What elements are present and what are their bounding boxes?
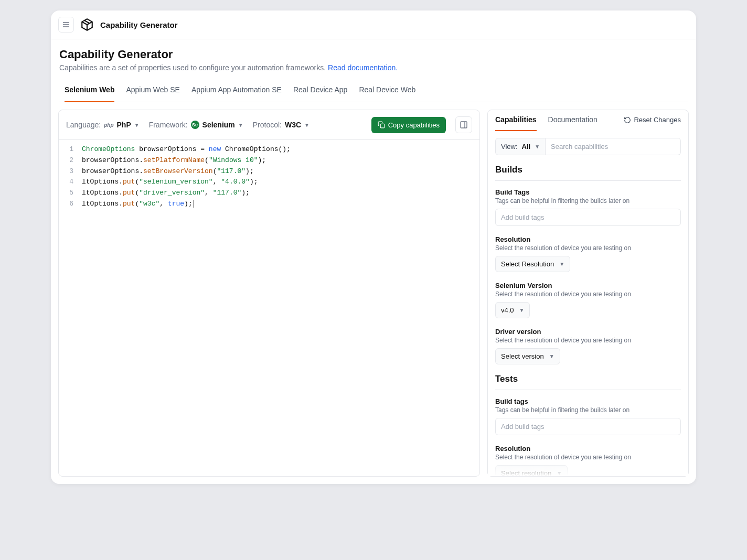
page-description: Capabilities are a set of properties use… — [59, 63, 688, 72]
php-icon: php — [104, 122, 113, 128]
code-line: 3browserOptions.setBrowserVersion("117.0… — [59, 166, 479, 177]
tab-capabilities[interactable]: Capabilities — [495, 115, 537, 131]
code-line: 1ChromeOptions browserOptions = new Chro… — [59, 144, 479, 155]
menu-icon — [62, 20, 70, 29]
read-documentation-link[interactable]: Read documentation. — [328, 63, 398, 72]
chevron-down-icon: ▼ — [549, 353, 554, 359]
copy-icon — [378, 121, 385, 128]
dropdown-value: Select Resolution — [501, 260, 554, 268]
code-line: 6ltOptions.put("w3c", true); — [59, 199, 479, 210]
field-help: Select the resolution of device you are … — [495, 244, 681, 252]
chevron-down-icon: ▼ — [238, 122, 243, 128]
field-test-build-tags: Build tags Tags can be helpful in filter… — [495, 397, 681, 435]
tab-selenium-web[interactable]: Selenium Web — [65, 80, 114, 102]
field-label: Build Tags — [495, 188, 681, 196]
chevron-down-icon: ▼ — [559, 261, 564, 267]
topbar-title: Capability Generator — [100, 20, 178, 29]
reset-label: Reset Changes — [634, 116, 681, 124]
field-test-resolution: Resolution Select the resolution of devi… — [495, 445, 681, 476]
code-panel: Language: php PhP ▼ Framework: Se Seleni… — [58, 110, 480, 477]
dropdown-value: Select resolution — [501, 469, 551, 476]
chevron-down-icon: ▼ — [557, 470, 562, 476]
page-title: Capability Generator — [59, 48, 688, 61]
chevron-down-icon: ▼ — [535, 144, 540, 149]
chevron-down-icon: ▼ — [304, 122, 310, 128]
field-label: Resolution — [495, 445, 681, 453]
field-build-tags: Build Tags Tags can be helpful in filter… — [495, 188, 681, 226]
selenium-icon: Se — [191, 121, 199, 129]
tabs-row: Selenium Web Appium Web SE Appium App Au… — [59, 80, 688, 102]
tab-appium-web-se[interactable]: Appium Web SE — [126, 80, 179, 102]
cursor — [194, 200, 194, 208]
field-selenium-version: Selenium Version Select the resolution o… — [495, 282, 681, 318]
page-description-text: Capabilities are a set of properties use… — [59, 63, 328, 72]
build-tags-input[interactable] — [495, 209, 681, 226]
code-line: 4ltOptions.put("selenium_version", "4.0.… — [59, 177, 479, 188]
panel-toggle-button[interactable] — [455, 116, 472, 133]
subheader: Capability Generator Capabilities are a … — [51, 39, 696, 102]
side-panel: Capabilities Documentation Reset Changes… — [487, 110, 689, 477]
framework-selector[interactable]: Framework: Se Selenium ▼ — [149, 121, 243, 129]
test-build-tags-input[interactable] — [495, 418, 681, 435]
resolution-dropdown[interactable]: Select Resolution ▼ — [495, 256, 570, 272]
protocol-value: W3C — [285, 121, 301, 129]
chevron-down-icon: ▼ — [519, 307, 525, 313]
svg-rect-3 — [380, 124, 385, 128]
topbar: Capability Generator — [51, 10, 696, 39]
field-help: Select the resolution of device you are … — [495, 337, 681, 344]
code-toolbar: Language: php PhP ▼ Framework: Se Seleni… — [59, 110, 479, 140]
tests-section-title: Tests — [495, 374, 681, 390]
language-value: PhP — [117, 121, 131, 129]
field-label: Driver version — [495, 328, 681, 336]
dropdown-value: v4.0 — [501, 306, 514, 314]
view-dropdown[interactable]: View: All ▼ — [495, 138, 546, 155]
code-line: 5ltOptions.put("driver_version", "117.0"… — [59, 188, 479, 199]
dropdown-value: Select version — [501, 352, 544, 360]
chevron-down-icon: ▼ — [134, 122, 140, 128]
tab-documentation[interactable]: Documentation — [548, 115, 597, 131]
field-label: Build tags — [495, 397, 681, 405]
field-label: Resolution — [495, 235, 681, 243]
copy-capabilities-button[interactable]: Copy capabilities — [371, 117, 446, 133]
reset-changes-button[interactable]: Reset Changes — [624, 116, 681, 130]
framework-value: Selenium — [202, 121, 235, 129]
field-resolution: Resolution Select the resolution of devi… — [495, 235, 681, 272]
protocol-label: Protocol: — [253, 121, 282, 129]
builds-section-title: Builds — [495, 165, 681, 181]
side-tabs: Capabilities Documentation Reset Changes — [488, 110, 688, 131]
protocol-selector[interactable]: Protocol: W3C ▼ — [253, 121, 310, 129]
field-label: Selenium Version — [495, 282, 681, 289]
view-value: All — [522, 143, 531, 150]
reset-icon — [624, 116, 631, 124]
menu-button[interactable] — [58, 17, 74, 33]
code-line: 2browserOptions.setPlatformName("Windows… — [59, 155, 479, 166]
field-help: Select the resolution of device you are … — [495, 290, 681, 298]
field-help: Tags can be helpful in filtering the bui… — [495, 406, 681, 414]
field-help: Tags can be helpful in filtering the bui… — [495, 197, 681, 204]
search-capabilities-input[interactable] — [546, 138, 681, 155]
filter-row: View: All ▼ — [495, 138, 681, 155]
app-window: Capability Generator Capability Generato… — [51, 10, 696, 484]
tab-appium-app-automation-se[interactable]: Appium App Automation SE — [191, 80, 282, 102]
tab-real-device-app[interactable]: Real Device App — [293, 80, 348, 102]
main-area: Language: php PhP ▼ Framework: Se Seleni… — [51, 102, 696, 484]
test-resolution-dropdown[interactable]: Select resolution ▼ — [495, 465, 568, 476]
field-help: Select the resolution of device you are … — [495, 454, 681, 461]
framework-label: Framework: — [149, 121, 188, 129]
tab-real-device-web[interactable]: Real Device Web — [359, 80, 415, 102]
panel-icon — [460, 121, 468, 129]
field-driver-version: Driver version Select the resolution of … — [495, 328, 681, 364]
view-label: View: — [501, 143, 518, 150]
logo-icon — [80, 18, 94, 31]
language-selector[interactable]: Language: php PhP ▼ — [66, 121, 140, 129]
selenium-version-dropdown[interactable]: v4.0 ▼ — [495, 302, 530, 318]
side-body: View: All ▼ Builds Build Tags Tags can b… — [488, 131, 688, 476]
code-editor[interactable]: 1ChromeOptions browserOptions = new Chro… — [59, 140, 479, 214]
language-label: Language: — [66, 121, 101, 129]
svg-rect-4 — [461, 122, 467, 128]
copy-label: Copy capabilities — [388, 121, 440, 129]
driver-version-dropdown[interactable]: Select version ▼ — [495, 348, 560, 364]
